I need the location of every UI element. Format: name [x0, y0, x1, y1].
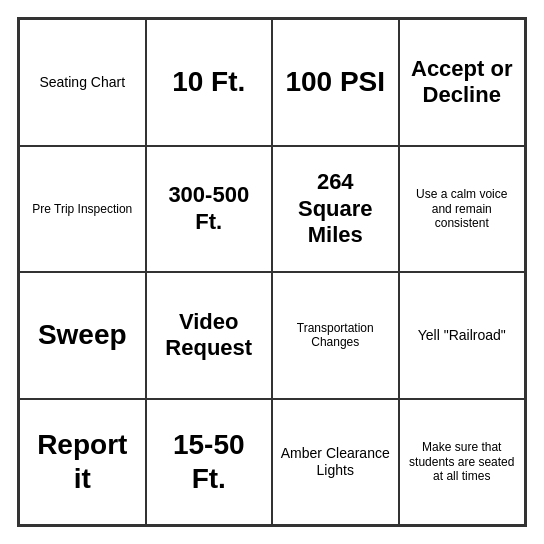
grid-cell-r1c0: Pre Trip Inspection — [19, 146, 146, 273]
grid-cell-r1c3: Use a calm voice and remain consistent — [399, 146, 526, 273]
grid-cell-r0c1: 10 Ft. — [146, 19, 273, 146]
grid-cell-r3c0: Report it — [19, 399, 146, 526]
grid-cell-r2c2: Transportation Changes — [272, 272, 399, 399]
grid-cell-r2c0: Sweep — [19, 272, 146, 399]
grid-cell-r0c0: Seating Chart — [19, 19, 146, 146]
grid-cell-r0c2: 100 PSI — [272, 19, 399, 146]
grid-cell-r3c3: Make sure that students are seated at al… — [399, 399, 526, 526]
grid-cell-r3c2: Amber Clearance Lights — [272, 399, 399, 526]
grid-cell-r0c3: Accept or Decline — [399, 19, 526, 146]
bingo-grid: Seating Chart10 Ft.100 PSIAccept or Decl… — [17, 17, 527, 527]
grid-cell-r1c2: 264 Square Miles — [272, 146, 399, 273]
grid-cell-r1c1: 300-500 Ft. — [146, 146, 273, 273]
grid-cell-r2c3: Yell "Railroad" — [399, 272, 526, 399]
grid-cell-r2c1: Video Request — [146, 272, 273, 399]
grid-cell-r3c1: 15-50 Ft. — [146, 399, 273, 526]
